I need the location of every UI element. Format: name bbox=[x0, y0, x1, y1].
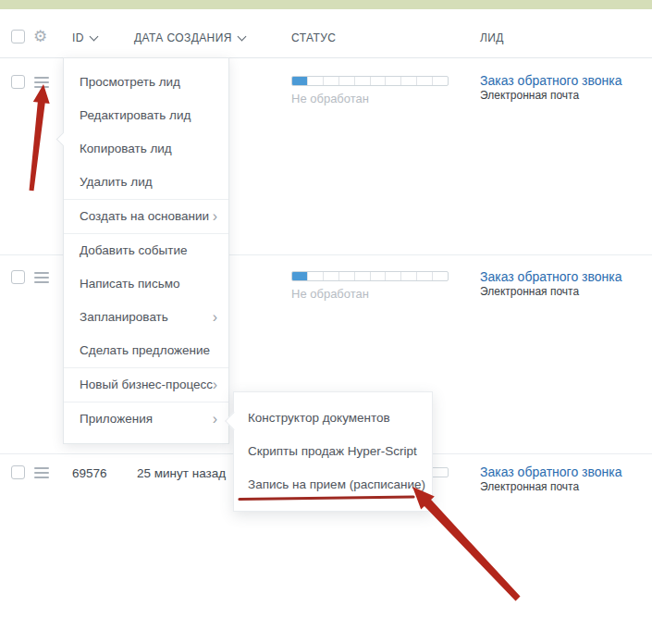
lead-title-link[interactable]: Заказ обратного звонка bbox=[480, 73, 622, 88]
lead-id-cell: 69576 bbox=[72, 466, 107, 480]
submenu-arrow-icon: › bbox=[213, 200, 217, 233]
menu-item-schedule[interactable]: Запланировать› bbox=[64, 301, 228, 334]
menu-item-view-lead[interactable]: Просмотреть лид bbox=[64, 66, 228, 99]
menu-item-label: Запись на прием (расписание) bbox=[248, 477, 425, 491]
submenu-arrow-icon: › bbox=[213, 301, 217, 334]
menu-item-create-based-on[interactable]: Создать на основании› bbox=[64, 200, 228, 233]
menu-item-label: Конструктор документов bbox=[248, 411, 390, 425]
menu-item-label: Новый бизнес-процесс bbox=[80, 378, 213, 391]
status-label: Не обработан bbox=[291, 92, 369, 105]
menu-item-make-offer[interactable]: Сделать предложение bbox=[64, 334, 228, 367]
menu-item-label: Удалить лид bbox=[80, 175, 153, 189]
row-checkbox[interactable] bbox=[11, 75, 25, 89]
applications-submenu: Конструктор документов Скрипты продаж Hy… bbox=[233, 391, 433, 512]
sort-chevron-icon bbox=[237, 32, 246, 42]
column-header-lead[interactable]: ЛИД bbox=[480, 31, 504, 44]
row-checkbox[interactable] bbox=[11, 270, 25, 284]
submenu-item-sales-scripts[interactable]: Скрипты продаж Hyper-Script bbox=[234, 435, 432, 468]
row-actions-menu-icon[interactable] bbox=[34, 272, 49, 283]
grid-settings-gear-icon[interactable]: ⚙ bbox=[33, 29, 47, 44]
menu-item-label: Редактировать лид bbox=[80, 108, 191, 122]
annotation-arrow-to-burger-icon bbox=[30, 84, 50, 191]
menu-item-label: Скрипты продаж Hyper-Script bbox=[248, 444, 417, 458]
row-checkbox[interactable] bbox=[11, 465, 25, 479]
lead-title-link[interactable]: Заказ обратного звонка bbox=[480, 269, 622, 284]
sort-chevron-icon bbox=[89, 32, 98, 42]
menu-item-edit-lead[interactable]: Редактировать лид bbox=[64, 99, 228, 132]
menu-item-label: Добавить событие bbox=[80, 243, 188, 257]
menu-item-applications[interactable]: Приложения› bbox=[64, 402, 228, 436]
menu-item-label: Копировать лид bbox=[80, 142, 172, 155]
crm-lead-list-screen: ⚙ ID ДАТА СОЗДАНИЯ СТАТУС ЛИД Не обработ… bbox=[0, 0, 652, 644]
column-header-status[interactable]: СТАТУС bbox=[291, 31, 336, 44]
top-accent-bar bbox=[0, 0, 652, 9]
row-actions-menu-icon[interactable] bbox=[34, 77, 49, 88]
submenu-item-appointment-schedule[interactable]: Запись на прием (расписание) bbox=[234, 468, 432, 502]
menu-item-copy-lead[interactable]: Копировать лид bbox=[64, 132, 228, 166]
status-label: Не обработан bbox=[291, 287, 369, 301]
lead-source-label: Электронная почта bbox=[480, 285, 579, 298]
row-context-menu: Просмотреть лид Редактировать лид Копиро… bbox=[63, 57, 229, 444]
menu-item-label: Сделать предложение bbox=[80, 343, 210, 357]
column-header-created[interactable]: ДАТА СОЗДАНИЯ bbox=[134, 31, 245, 44]
menu-item-new-business-process[interactable]: Новый бизнес-процесс› bbox=[64, 368, 228, 402]
menu-item-write-email[interactable]: Написать письмо bbox=[64, 267, 228, 301]
menu-item-delete-lead[interactable]: Удалить лид bbox=[64, 166, 228, 199]
menu-item-label: Запланировать bbox=[80, 310, 168, 324]
submenu-item-document-builder[interactable]: Конструктор документов bbox=[234, 402, 432, 435]
menu-item-label: Написать письмо bbox=[80, 277, 179, 291]
menu-item-label: Создать на основании bbox=[80, 209, 209, 223]
lead-title-link[interactable]: Заказ обратного звонка bbox=[480, 464, 622, 479]
submenu-arrow-icon: › bbox=[213, 402, 217, 436]
column-header-id[interactable]: ID bbox=[72, 31, 97, 44]
submenu-arrow-icon: › bbox=[213, 368, 217, 402]
menu-item-label: Приложения bbox=[80, 412, 153, 426]
menu-item-add-event[interactable]: Добавить событие bbox=[64, 234, 228, 267]
lead-source-label: Электронная почта bbox=[480, 480, 579, 493]
status-progress-bar bbox=[291, 76, 449, 86]
grid-header: ⚙ ID ДАТА СОЗДАНИЯ СТАТУС ЛИД bbox=[0, 21, 652, 58]
status-progress-bar bbox=[291, 271, 449, 281]
column-header-created-label: ДАТА СОЗДАНИЯ bbox=[134, 31, 232, 44]
select-all-checkbox[interactable] bbox=[11, 30, 25, 43]
created-date-cell: 25 минут назад bbox=[137, 466, 226, 480]
column-header-lead-label: ЛИД bbox=[480, 31, 504, 44]
menu-item-label: Просмотреть лид bbox=[80, 75, 180, 89]
lead-source-label: Электронная почта bbox=[480, 89, 579, 102]
column-header-status-label: СТАТУС bbox=[291, 31, 336, 44]
column-header-id-label: ID bbox=[72, 31, 84, 44]
row-actions-menu-icon[interactable] bbox=[34, 467, 49, 478]
